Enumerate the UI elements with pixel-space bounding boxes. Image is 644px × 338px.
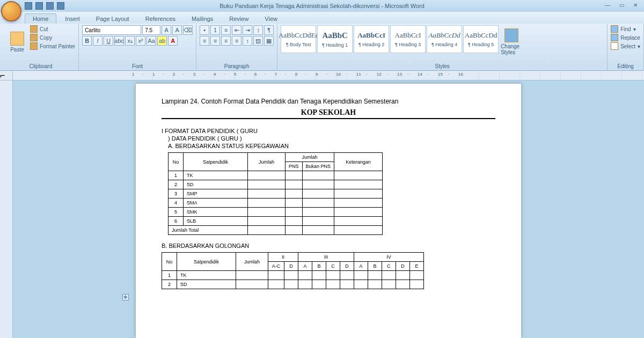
highlight-button[interactable]: ab [157, 36, 167, 46]
justify-button[interactable]: ≡ [232, 36, 241, 46]
table-row[interactable]: 2SD [169, 180, 383, 189]
brush-icon [30, 42, 38, 50]
group-font: A A ⌫ B I U abc x₂ x² Aa ab A Font [79, 24, 196, 70]
doc-h3: A. BERDASARKAN STATUS KEPEGAWAIAN [162, 143, 495, 149]
sort-button[interactable]: ↕ [253, 25, 263, 35]
indent-inc-button[interactable]: ⇥ [243, 25, 252, 35]
table-row[interactable]: 2SD [162, 280, 424, 289]
italic-button[interactable]: I [93, 36, 103, 46]
numbering-button[interactable]: 1 [210, 25, 220, 35]
title-bar: Buku Panduan Kerja Tenaga Administrasi S… [0, 0, 644, 12]
align-left-button[interactable]: ≡ [200, 36, 209, 46]
change-styles-label: Change Styles [501, 43, 522, 55]
bold-button[interactable]: B [82, 36, 92, 46]
horizontal-ruler[interactable]: 1·1·2·3·4·5·6·7·8·9·10·11·12·13·14·15·16 [132, 71, 644, 80]
group-label-font: Font [82, 63, 193, 70]
table-row[interactable]: 3SMP [169, 189, 383, 199]
select-icon [611, 42, 618, 50]
quick-access-toolbar [25, 2, 64, 10]
style-heading-1[interactable]: AaBbC¶ Heading 1 [317, 25, 353, 53]
vertical-ruler[interactable] [0, 80, 13, 338]
align-center-button[interactable]: ≡ [210, 36, 220, 46]
copy-button[interactable]: Copy [30, 34, 75, 41]
ribbon-tabs: Home Insert Page Layout References Maili… [0, 12, 644, 24]
doc-lampiran: Lampiran 24. Contoh Format Data Pendidik… [162, 98, 495, 105]
table-row[interactable]: 1TK [169, 171, 383, 180]
group-label-paragraph: Paragraph [200, 63, 274, 70]
font-name-select[interactable] [82, 25, 141, 35]
replace-button[interactable]: Replace [611, 34, 640, 41]
strike-button[interactable]: abc [114, 36, 124, 46]
save-icon[interactable] [25, 2, 32, 10]
table-row[interactable]: 4SMA [169, 199, 383, 208]
tab-insert[interactable]: Insert [57, 14, 87, 24]
format-painter-button[interactable]: Format Painter [30, 42, 75, 50]
style-body-text[interactable]: AaBbCcDdEe¶ Body Text [281, 25, 316, 53]
style-heading-2[interactable]: AaBbCcI¶ Heading 2 [354, 25, 389, 53]
table-row[interactable]: 5SMK [169, 208, 383, 217]
font-color-button[interactable]: A [168, 36, 178, 46]
redo-icon[interactable] [46, 2, 54, 10]
multilevel-button[interactable]: ≡ [221, 25, 231, 35]
superscript-button[interactable]: x² [136, 36, 145, 46]
select-button[interactable]: Select ▾ [611, 42, 640, 50]
tab-home[interactable]: Home [25, 13, 56, 24]
window-title: Buku Panduan Kerja Tenaga Administrasi S… [219, 3, 425, 9]
group-paragraph: • 1 ≡ ⇤ ⇥ ↕ ¶ ≡ ≡ ≡ ≡ ↕ ▨ ▦ [196, 24, 277, 70]
subscript-button[interactable]: x₂ [125, 36, 135, 46]
style-heading-4[interactable]: AaBbCcDd¶ Heading 4 [427, 25, 462, 53]
qat-more-icon[interactable] [57, 2, 64, 10]
find-button[interactable]: Find ▾ [611, 25, 640, 33]
copy-icon [30, 34, 38, 41]
shading-button[interactable]: ▨ [253, 36, 263, 46]
style-heading-5[interactable]: AaBbCcDd¶ Heading 5 [463, 25, 499, 53]
indent-dec-button[interactable]: ⇤ [232, 25, 241, 35]
bullets-button[interactable]: • [200, 25, 209, 35]
style-heading-3[interactable]: AaBbCcI¶ Heading 3 [390, 25, 426, 53]
paste-icon [10, 32, 24, 46]
change-styles-icon [504, 28, 518, 42]
group-label-styles: Styles [281, 63, 604, 70]
undo-icon[interactable] [35, 2, 43, 10]
paste-button[interactable]: Paste [6, 25, 28, 58]
tab-view[interactable]: View [257, 14, 285, 24]
office-button[interactable] [1, 1, 21, 21]
show-marks-button[interactable]: ¶ [264, 25, 274, 35]
find-icon [611, 25, 618, 33]
ribbon: Paste Cut Copy Format Painter Clipboard … [0, 24, 644, 71]
group-styles: AaBbCcDdEe¶ Body Text AaBbC¶ Heading 1 A… [277, 24, 608, 70]
group-editing: Find ▾ Replace Select ▾ Editing [608, 24, 644, 70]
styles-gallery[interactable]: AaBbCcDdEe¶ Body Text AaBbC¶ Heading 1 A… [281, 25, 499, 53]
tab-page-layout[interactable]: Page Layout [89, 14, 137, 24]
shrink-font-button[interactable]: A [172, 25, 182, 35]
font-size-select[interactable] [142, 25, 160, 35]
minimize-button[interactable]: — [601, 1, 614, 9]
change-styles-button[interactable]: Change Styles [501, 25, 522, 58]
table-status[interactable]: No Satpendidik Jumlah Jumlah Keterangan … [168, 152, 383, 235]
tab-references[interactable]: References [138, 14, 183, 24]
grow-font-button[interactable]: A [162, 25, 171, 35]
line-spacing-button[interactable]: ↕ [243, 36, 252, 46]
tab-review[interactable]: Review [222, 14, 256, 24]
table-anchor-icon[interactable]: ✥ [122, 294, 129, 300]
group-clipboard: Paste Cut Copy Format Painter Clipboard [3, 24, 79, 70]
ruler-corner[interactable]: ⌐ [0, 71, 13, 80]
underline-button[interactable]: U [104, 36, 113, 46]
clear-format-button[interactable]: ⌫ [183, 25, 193, 35]
align-right-button[interactable]: ≡ [221, 36, 231, 46]
doc-kop: KOP SEKOLAH [162, 108, 495, 119]
cut-button[interactable]: Cut [30, 25, 75, 33]
tab-mailings[interactable]: Mailings [184, 14, 221, 24]
close-button[interactable]: ✕ [629, 1, 642, 9]
doc-h2: ) DATA PENDIDIK ( GURU ) [162, 135, 495, 142]
table-row[interactable]: 1TK [162, 271, 424, 280]
doc-h4: B. BERDASARKAN GOLONGAN [162, 243, 495, 249]
cut-icon [30, 25, 38, 33]
change-case-button[interactable]: Aa [147, 36, 156, 46]
borders-button[interactable]: ▦ [264, 36, 274, 46]
table-row[interactable]: 6SLB [169, 217, 383, 226]
document-page[interactable]: Lampiran 24. Contoh Format Data Pendidik… [136, 84, 521, 338]
maximize-button[interactable]: ▭ [615, 1, 628, 9]
paste-label: Paste [10, 47, 24, 53]
table-golongan[interactable]: No Satpendidik Jumlah II III IV A-C D A … [162, 252, 424, 289]
